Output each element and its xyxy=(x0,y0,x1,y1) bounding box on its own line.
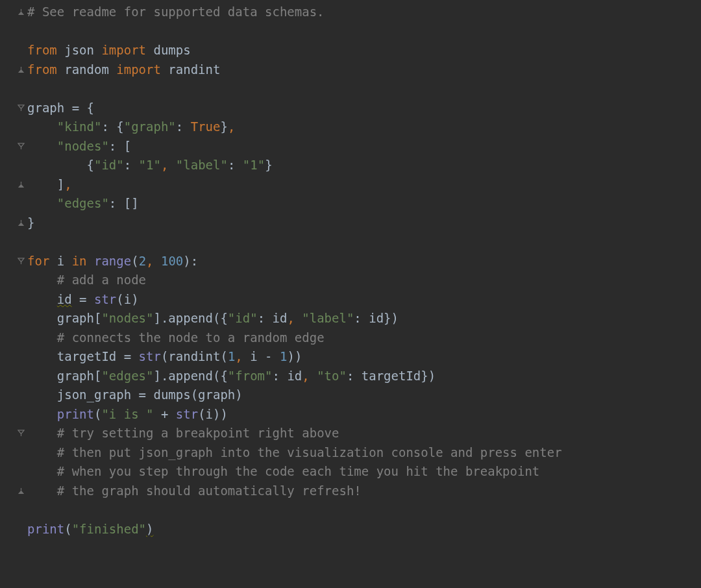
code-token: graph[ xyxy=(27,369,101,383)
code-line[interactable]: # when you step through the code each ti… xyxy=(27,462,701,482)
code-token: "from" xyxy=(228,369,273,383)
code-token: "id" xyxy=(94,158,124,172)
code-line[interactable]: {"id": "1", "label": "1"} xyxy=(27,156,701,175)
code-token: : { xyxy=(101,119,123,134)
code-token: ].append({ xyxy=(153,369,227,383)
code-token: # add a node xyxy=(57,273,146,287)
code-token: # try setting a breakpoint right above xyxy=(57,426,339,440)
code-line[interactable]: "edges": [] xyxy=(27,194,701,214)
code-token: "nodes" xyxy=(101,311,153,325)
code-line[interactable]: graph["nodes"].append({"id": id, "label"… xyxy=(27,309,701,328)
code-line[interactable]: # the graph should automatically refresh… xyxy=(27,482,701,501)
code-token: str xyxy=(139,349,161,363)
gutter-line xyxy=(0,22,27,42)
fold-open-icon[interactable] xyxy=(18,258,25,265)
code-token: "kind" xyxy=(57,119,102,134)
gutter-line xyxy=(0,500,27,520)
code-token: # then put json_graph into the visualiza… xyxy=(57,445,562,459)
code-line[interactable] xyxy=(27,79,701,99)
gutter-line xyxy=(0,3,27,22)
code-editor[interactable]: # See readme for supported data schemas.… xyxy=(0,0,701,588)
code-line[interactable]: json_graph = dumps(graph) xyxy=(27,386,701,405)
code-token: in xyxy=(72,254,94,268)
code-token: } xyxy=(27,215,34,230)
gutter-line xyxy=(0,214,27,233)
fold-open-icon[interactable] xyxy=(18,104,25,112)
gutter-line xyxy=(0,99,27,118)
code-token: "label" xyxy=(176,158,228,172)
code-line[interactable]: print("finished") xyxy=(27,520,701,539)
code-line[interactable]: from json import dumps xyxy=(27,41,701,60)
code-line[interactable]: id = str(i) xyxy=(27,290,701,310)
fold-close-icon[interactable] xyxy=(18,219,25,227)
code-token: randint xyxy=(168,62,220,77)
code-token: , xyxy=(161,158,176,172)
code-line[interactable]: "nodes": [ xyxy=(27,137,701,156)
code-line[interactable]: from random import randint xyxy=(27,60,701,80)
code-line[interactable]: graph = { xyxy=(27,99,701,118)
code-token xyxy=(27,330,57,345)
gutter-line xyxy=(0,482,27,501)
gutter-line xyxy=(0,194,27,214)
code-token: : xyxy=(228,158,243,172)
code-line[interactable] xyxy=(27,500,701,520)
code-token: = xyxy=(72,292,94,306)
code-line[interactable]: # See readme for supported data schemas. xyxy=(27,3,701,22)
code-token: "1" xyxy=(243,158,265,172)
code-token: "label" xyxy=(302,311,354,325)
code-token xyxy=(27,119,57,134)
code-token: range xyxy=(94,254,131,268)
code-token: import xyxy=(101,43,153,57)
code-token: "finished" xyxy=(72,522,146,536)
code-token: import xyxy=(116,62,168,77)
code-token: ( xyxy=(64,522,71,536)
gutter-line xyxy=(0,386,27,405)
code-token: random xyxy=(64,62,116,77)
code-token xyxy=(27,445,57,459)
code-token: "edges" xyxy=(57,196,109,210)
code-line[interactable]: targetId = str(randint(1, i - 1)) xyxy=(27,347,701,367)
code-token: # the graph should automatically refresh… xyxy=(57,484,362,498)
fold-open-icon[interactable] xyxy=(18,430,25,437)
code-token: { xyxy=(27,158,94,172)
code-token: "graph" xyxy=(124,119,176,134)
code-line[interactable]: } xyxy=(27,214,701,233)
code-line[interactable]: ], xyxy=(27,175,701,195)
gutter-line xyxy=(0,462,27,482)
fold-close-icon[interactable] xyxy=(18,8,25,16)
code-line[interactable]: # then put json_graph into the visualiza… xyxy=(27,443,701,463)
code-token: dumps xyxy=(153,43,190,57)
code-token: , xyxy=(287,311,302,325)
gutter-line xyxy=(0,405,27,424)
gutter-line xyxy=(0,79,27,99)
fold-close-icon[interactable] xyxy=(18,181,25,188)
code-token: + xyxy=(154,407,176,421)
code-token: : xyxy=(124,158,139,172)
code-line[interactable]: # add a node xyxy=(27,271,701,290)
code-area[interactable]: # See readme for supported data schemas.… xyxy=(27,0,701,588)
code-line[interactable]: print("i is " + str(i)) xyxy=(27,405,701,424)
code-token: , xyxy=(235,349,250,363)
code-token: ( xyxy=(131,254,138,268)
code-token: json_graph = dumps(graph) xyxy=(27,387,243,402)
fold-close-icon[interactable] xyxy=(18,487,25,495)
code-token: "i is " xyxy=(101,407,153,421)
code-token xyxy=(27,464,57,478)
code-line[interactable]: # connects the node to a random edge xyxy=(27,328,701,348)
code-line[interactable]: graph["edges"].append({"from": id, "to":… xyxy=(27,367,701,386)
gutter-line xyxy=(0,232,27,252)
code-token: ) xyxy=(146,522,153,536)
code-token: json xyxy=(64,43,101,57)
code-line[interactable]: "kind": {"graph": True}, xyxy=(27,117,701,137)
code-line[interactable] xyxy=(27,22,701,42)
code-line[interactable]: # try setting a breakpoint right above xyxy=(27,424,701,443)
code-token: (i) xyxy=(116,292,138,306)
fold-close-icon[interactable] xyxy=(18,66,25,73)
code-line[interactable]: for i in range(2, 100): xyxy=(27,252,701,271)
code-token: for xyxy=(27,254,57,268)
code-line[interactable] xyxy=(27,232,701,252)
gutter-line xyxy=(0,367,27,386)
code-token: ( xyxy=(94,407,101,421)
fold-open-icon[interactable] xyxy=(18,143,25,150)
gutter-line xyxy=(0,41,27,60)
